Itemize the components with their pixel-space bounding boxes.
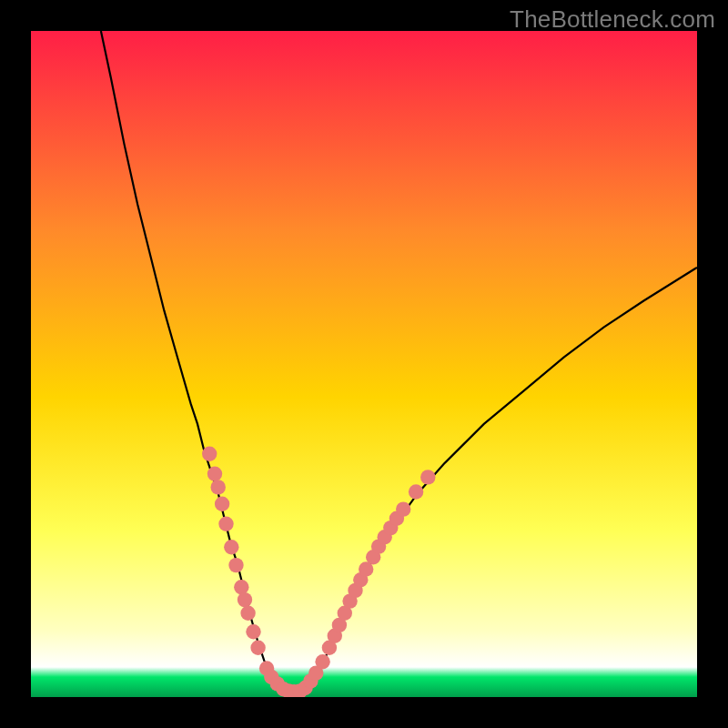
- data-point: [207, 467, 222, 481]
- data-point: [202, 447, 217, 461]
- data-point: [315, 654, 329, 669]
- data-point: [228, 558, 243, 572]
- data-point: [246, 624, 260, 639]
- plot-area: [31, 31, 697, 697]
- data-point: [240, 606, 255, 621]
- data-point: [250, 641, 265, 655]
- chart-frame: TheBottleneck.com: [0, 0, 728, 728]
- data-point: [224, 540, 238, 554]
- data-point: [215, 497, 229, 511]
- data-point: [218, 517, 233, 531]
- watermark-text: TheBottleneck.com: [510, 5, 715, 34]
- data-point: [396, 501, 410, 516]
- data-point: [409, 484, 423, 499]
- data-point: [238, 592, 252, 607]
- data-point: [420, 470, 435, 484]
- data-point: [234, 580, 248, 594]
- data-point: [211, 480, 226, 494]
- bottleneck-curve: [31, 31, 697, 697]
